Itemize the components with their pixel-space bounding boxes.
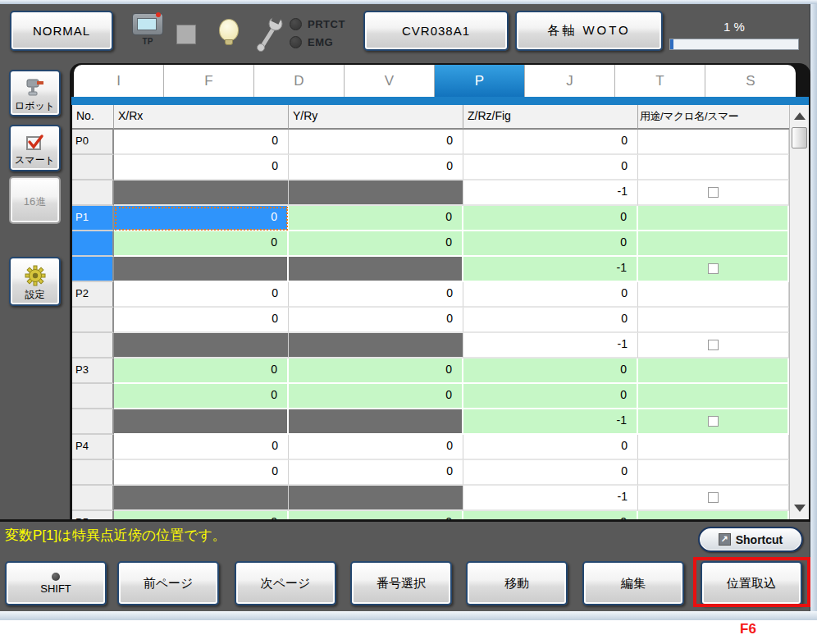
- disabled-cell: [289, 257, 463, 282]
- row-number-cell[interactable]: P5: [72, 511, 114, 519]
- disabled-cell: [114, 257, 289, 282]
- row-number-cell[interactable]: P4: [72, 435, 114, 460]
- axis-mode-button[interactable]: 各軸 WOTO: [515, 11, 663, 51]
- tab-t[interactable]: T: [615, 65, 705, 97]
- value-cell[interactable]: 0: [289, 282, 463, 308]
- macro-checkbox[interactable]: [708, 263, 719, 274]
- tab-d[interactable]: D: [254, 65, 345, 97]
- fn-shift-button[interactable]: SHIFT: [5, 561, 107, 605]
- row-number-cell[interactable]: [72, 155, 114, 180]
- table-row: P1000: [72, 206, 789, 231]
- value-cell[interactable]: 0: [463, 511, 638, 519]
- value-cell[interactable]: 0: [463, 231, 638, 257]
- row-number-cell[interactable]: [72, 486, 114, 511]
- macro-checkbox[interactable]: [708, 187, 719, 198]
- value-cell[interactable]: 0: [114, 435, 289, 460]
- macro-checkbox[interactable]: [708, 492, 719, 503]
- tab-p[interactable]: P: [435, 65, 525, 97]
- sidebar-item-settings[interactable]: 設定: [9, 257, 61, 306]
- row-number-cell[interactable]: [72, 460, 114, 486]
- value-cell[interactable]: 0: [289, 130, 463, 155]
- scrollbar[interactable]: [789, 105, 809, 519]
- value-cell[interactable]: 0: [463, 155, 638, 180]
- tab-j[interactable]: J: [525, 65, 615, 97]
- value-cell[interactable]: 0: [114, 511, 289, 519]
- value-cell[interactable]: 0: [463, 460, 638, 486]
- usage-cell[interactable]: [638, 155, 789, 180]
- value-cell[interactable]: 0: [289, 460, 463, 486]
- fig-cell[interactable]: -1: [463, 180, 638, 206]
- tab-s[interactable]: S: [705, 65, 796, 97]
- value-cell[interactable]: 0: [463, 206, 638, 231]
- usage-cell[interactable]: [638, 130, 789, 155]
- row-number-cell[interactable]: P1: [72, 206, 114, 231]
- usage-cell[interactable]: [638, 308, 789, 333]
- usage-cell[interactable]: [638, 231, 789, 257]
- scroll-thumb[interactable]: [792, 127, 807, 148]
- scroll-down-icon[interactable]: [794, 505, 806, 512]
- shortcut-button[interactable]: ↗ Shortcut: [698, 527, 803, 552]
- usage-cell[interactable]: [638, 460, 789, 486]
- value-cell[interactable]: 0: [289, 206, 463, 231]
- program-button[interactable]: CVR038A1: [363, 11, 509, 51]
- value-cell[interactable]: 0: [289, 155, 463, 180]
- usage-cell[interactable]: [638, 435, 789, 460]
- fig-cell[interactable]: -1: [463, 257, 638, 282]
- value-cell[interactable]: 0: [463, 435, 638, 460]
- value-cell[interactable]: 0: [463, 359, 638, 384]
- fig-cell[interactable]: -1: [463, 486, 638, 511]
- fn-next-page-button[interactable]: 次ページ: [235, 561, 336, 605]
- fn-prev-page-button[interactable]: 前ページ: [117, 561, 219, 605]
- value-cell[interactable]: 0: [114, 282, 289, 308]
- row-number-cell[interactable]: [72, 231, 114, 257]
- row-number-cell[interactable]: [72, 308, 114, 333]
- fn-number-select-button[interactable]: 番号選択: [350, 561, 452, 605]
- fn-move-button[interactable]: 移動: [466, 561, 568, 605]
- row-number-cell[interactable]: P3: [72, 359, 114, 384]
- sidebar-item-robot[interactable]: ロボット: [9, 70, 61, 116]
- usage-cell[interactable]: [638, 384, 789, 409]
- robot-icon: [25, 78, 46, 100]
- row-number-cell[interactable]: [72, 180, 114, 206]
- fig-cell[interactable]: -1: [463, 333, 638, 359]
- row-number-cell[interactable]: [72, 384, 114, 409]
- value-cell[interactable]: 0: [114, 130, 289, 155]
- row-number-cell[interactable]: [72, 257, 114, 282]
- fig-cell[interactable]: -1: [463, 409, 638, 435]
- value-cell[interactable]: 0: [463, 308, 638, 333]
- tab-i[interactable]: I: [74, 65, 164, 97]
- mode-button[interactable]: NORMAL: [10, 11, 113, 51]
- value-cell[interactable]: 0: [289, 435, 463, 460]
- value-cell[interactable]: 0: [289, 308, 463, 333]
- value-cell[interactable]: 0: [289, 384, 463, 409]
- value-cell[interactable]: 0: [114, 155, 289, 180]
- row-number-cell[interactable]: P2: [72, 282, 114, 308]
- usage-cell[interactable]: [638, 282, 789, 308]
- value-cell[interactable]: 0: [463, 282, 638, 308]
- value-cell[interactable]: 0: [289, 511, 463, 519]
- fn-edit-button[interactable]: 編集: [582, 561, 684, 605]
- tab-f[interactable]: F: [164, 65, 254, 97]
- macro-checkbox[interactable]: [708, 416, 719, 427]
- row-number-cell[interactable]: [72, 333, 114, 359]
- row-number-cell[interactable]: [72, 409, 114, 435]
- value-cell[interactable]: 0: [463, 384, 638, 409]
- fn-position-capture-button[interactable]: 位置取込: [701, 561, 802, 605]
- value-cell[interactable]: 0: [289, 359, 463, 384]
- usage-cell[interactable]: [638, 359, 789, 384]
- focused-value-cell[interactable]: 0: [114, 206, 289, 231]
- usage-cell[interactable]: [638, 206, 789, 231]
- usage-cell[interactable]: [638, 511, 789, 519]
- value-cell[interactable]: 0: [114, 359, 289, 384]
- tab-v[interactable]: V: [345, 65, 435, 97]
- scroll-up-icon[interactable]: [794, 112, 806, 120]
- value-cell[interactable]: 0: [289, 231, 463, 257]
- sidebar-item-smart[interactable]: スマート: [9, 125, 61, 171]
- value-cell[interactable]: 0: [114, 384, 289, 409]
- value-cell[interactable]: 0: [114, 231, 289, 257]
- macro-checkbox[interactable]: [708, 340, 719, 350]
- value-cell[interactable]: 0: [114, 308, 289, 333]
- value-cell[interactable]: 0: [114, 460, 289, 486]
- value-cell[interactable]: 0: [463, 130, 638, 155]
- row-number-cell[interactable]: P0: [72, 130, 114, 155]
